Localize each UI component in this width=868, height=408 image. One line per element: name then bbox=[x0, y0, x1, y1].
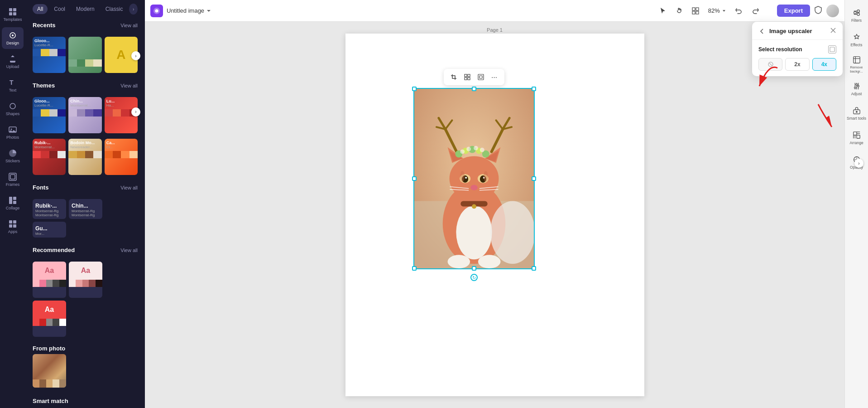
filter-tab-classic[interactable]: Classic bbox=[101, 4, 128, 14]
svg-rect-20 bbox=[692, 8, 695, 10]
color-card-1[interactable]: Aa bbox=[33, 262, 66, 298]
theme-card-4[interactable]: Rubik-... Montserrat... bbox=[33, 139, 66, 175]
svg-rect-18 bbox=[13, 224, 16, 228]
more-image-btn[interactable]: ⋯ bbox=[488, 71, 501, 83]
hand-tool[interactable] bbox=[672, 4, 686, 18]
upscaler-back-button[interactable] bbox=[758, 28, 766, 35]
grid-image-btn[interactable] bbox=[461, 71, 474, 83]
export-button[interactable]: Export bbox=[777, 5, 810, 17]
resolution-info-icon[interactable] bbox=[828, 45, 836, 53]
rotate-handle[interactable]: ↻ bbox=[470, 274, 478, 281]
sidebar-item-photos[interactable]: Photos bbox=[2, 121, 24, 143]
svg-point-75 bbox=[857, 10, 859, 12]
resolution-4x-btn[interactable]: 4x bbox=[812, 58, 836, 71]
svg-point-67 bbox=[460, 171, 465, 182]
svg-rect-27 bbox=[468, 78, 470, 80]
shield-icon[interactable] bbox=[814, 5, 823, 16]
theme-card-1[interactable]: Glooo... Lucette-R... bbox=[33, 97, 66, 133]
doc-name-button[interactable]: Untitled image bbox=[167, 7, 211, 14]
handle-mid-left[interactable] bbox=[412, 176, 417, 181]
redo-button[interactable] bbox=[748, 4, 762, 18]
handle-top-right[interactable] bbox=[532, 87, 536, 91]
color-card-2[interactable]: Aa bbox=[69, 262, 102, 298]
sidebar-item-upload[interactable]: Upload bbox=[2, 51, 24, 73]
recent-card-2[interactable] bbox=[68, 37, 101, 73]
recents-header: Recents View all bbox=[33, 22, 138, 29]
svg-rect-1 bbox=[13, 8, 16, 11]
svg-rect-26 bbox=[465, 78, 467, 80]
user-avatar[interactable] bbox=[826, 5, 839, 17]
font-card-1[interactable]: Rubik-... Montserrat-Rg Montserrat-Rg bbox=[33, 199, 66, 219]
from-photo-title: From photo bbox=[33, 345, 65, 352]
font-card-3[interactable]: Gu... Mor... bbox=[33, 222, 66, 238]
svg-point-73 bbox=[490, 201, 533, 264]
recent-card-1[interactable]: Glooo... Lucette-R... bbox=[33, 37, 66, 73]
sidebar-item-shapes[interactable]: Shapes bbox=[2, 98, 24, 120]
filter-more-button[interactable]: › bbox=[129, 4, 138, 15]
recents-grid: Glooo... Lucette-R... bbox=[25, 35, 145, 77]
svg-text:T: T bbox=[10, 79, 14, 86]
svg-rect-25 bbox=[468, 74, 470, 77]
handle-mid-right[interactable] bbox=[532, 176, 536, 181]
recents-view-all[interactable]: View all bbox=[120, 23, 138, 28]
filter-tab-cool[interactable]: Cool bbox=[49, 4, 70, 14]
recents-next-btn[interactable]: › bbox=[131, 51, 140, 60]
canvas-image-element[interactable]: ⋯ bbox=[413, 88, 535, 269]
upscaler-body: Select resolution 2x 4x bbox=[752, 40, 843, 76]
pointer-tool[interactable] bbox=[656, 4, 670, 18]
crop-tool-btn[interactable] bbox=[447, 71, 460, 83]
themes-row1-next-btn[interactable]: › bbox=[131, 107, 140, 117]
svg-point-52 bbox=[460, 150, 465, 154]
color-card-3[interactable]: Aa bbox=[33, 301, 66, 337]
sidebar-item-text[interactable]: T Text bbox=[2, 74, 24, 96]
arrange-tool[interactable]: Arrange bbox=[847, 126, 867, 150]
theme-card-2[interactable]: Chin... Montserrat... bbox=[68, 97, 101, 133]
sidebar-item-design[interactable]: Design bbox=[2, 27, 24, 49]
adjust-tool[interactable]: Adjust bbox=[847, 77, 867, 101]
top-header: Untitled image 82% bbox=[145, 0, 844, 22]
font-card-2[interactable]: Chin... Montserrat-Rg Montserrat-Rg bbox=[69, 199, 102, 219]
sidebar-item-apps[interactable]: Apps bbox=[2, 216, 24, 238]
filter-tab-modern[interactable]: Modern bbox=[72, 4, 99, 14]
handle-bot-left[interactable] bbox=[412, 266, 417, 271]
remove-bg-tool[interactable]: Remove backgr... bbox=[847, 53, 867, 76]
zoom-control[interactable]: 82% bbox=[705, 5, 730, 16]
sidebar-item-collage[interactable]: Collage bbox=[2, 192, 24, 214]
undo-button[interactable] bbox=[732, 4, 746, 18]
svg-rect-93 bbox=[857, 135, 860, 138]
svg-rect-92 bbox=[853, 131, 856, 135]
fonts-view-all[interactable]: View all bbox=[120, 185, 138, 190]
resolution-2x-btn[interactable]: 2x bbox=[785, 58, 809, 71]
from-photo-card[interactable] bbox=[33, 354, 66, 388]
svg-rect-13 bbox=[13, 197, 16, 200]
filter-tab-all[interactable]: All bbox=[33, 4, 48, 14]
svg-point-91 bbox=[856, 111, 857, 112]
themes-view-all[interactable]: View all bbox=[120, 83, 138, 88]
svg-point-72 bbox=[472, 204, 476, 209]
smart-match-title: Smart match bbox=[33, 398, 68, 404]
filters-tool[interactable]: Filters bbox=[847, 4, 867, 27]
handle-top-mid[interactable] bbox=[472, 87, 476, 91]
sidebar-item-templates[interactable]: Templates bbox=[2, 4, 24, 25]
svg-point-53 bbox=[466, 147, 471, 151]
grid-tool[interactable] bbox=[688, 4, 703, 18]
smart-tools-tool[interactable]: Smart tools bbox=[847, 102, 867, 125]
theme-card-6[interactable]: Ca... Cl... bbox=[105, 139, 138, 175]
handle-bot-right[interactable] bbox=[532, 266, 536, 271]
resolution-none-btn[interactable] bbox=[758, 58, 782, 71]
svg-rect-95 bbox=[830, 47, 834, 52]
frame-image-btn[interactable] bbox=[475, 71, 487, 83]
svg-point-34 bbox=[449, 156, 499, 201]
svg-rect-14 bbox=[13, 201, 16, 204]
theme-card-5[interactable]: Bodoin Mo... Newsreader... bbox=[68, 139, 101, 175]
sidebar-item-stickers[interactable]: Stickers bbox=[2, 145, 24, 167]
upscaler-close-button[interactable] bbox=[830, 27, 836, 35]
upscaler-title: Image upscaler bbox=[769, 28, 826, 34]
handle-bot-mid[interactable] bbox=[472, 266, 476, 271]
handle-top-left[interactable] bbox=[412, 87, 417, 91]
effects-tool[interactable]: Effects bbox=[847, 28, 867, 52]
colors-recommended-title: Recommended bbox=[33, 247, 75, 253]
main-area: Untitled image 82% bbox=[145, 0, 844, 408]
colors-view-all[interactable]: View all bbox=[120, 248, 138, 253]
sidebar-item-frames[interactable]: Frames bbox=[2, 169, 24, 190]
